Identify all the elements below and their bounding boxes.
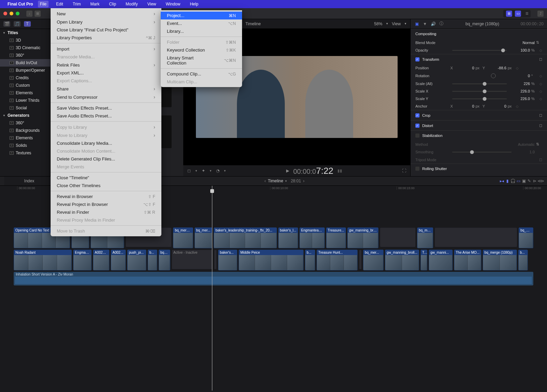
view-menu[interactable]: View [392,22,401,26]
scale-x-row[interactable]: Scale X 226.0 % ◇ [411,87,547,95]
audio-meter-icon[interactable]: ▮▮ [337,168,342,173]
rolling-shutter-checkbox[interactable]: ✓ [415,167,419,171]
menu-clip[interactable]: Clip [107,1,118,8]
chevron-down-icon[interactable]: ▼ [283,180,289,183]
timeline-clip[interactable]: b... [518,250,528,270]
menu-edit[interactable]: Edit [54,1,65,8]
timeline-clip[interactable]: b... [148,250,157,270]
position-row[interactable]: Position X0px Y-88.6px ◇ [411,64,547,72]
menu-item[interactable]: Reveal Project in Browser⌥⇧ F [51,200,161,208]
menu-item[interactable]: Close "Timeline" [51,174,161,182]
new-submenu-dropdown[interactable]: Project...⌘NEvent...⌥NLibrary...Folder⇧⌘… [161,10,242,87]
transform-checkbox[interactable]: ✓ [415,57,419,61]
scale-y-row[interactable]: Scale Y 226.0 % ◇ [411,95,547,102]
compositing-header[interactable]: Compositing [411,29,547,39]
chevron-down-icon[interactable]: ▼ [195,169,198,172]
sidebar-item[interactable]: TElements [0,134,50,142]
menu-item[interactable]: Event...⌥N [161,19,242,27]
opacity-slider[interactable] [452,50,507,51]
sidebar-item[interactable]: TCustom [0,82,50,89]
menu-item[interactable]: New [51,10,161,18]
sidebar-item[interactable]: TBuild In/Out [0,59,50,67]
timeline-clip[interactable]: Noah Radant [14,250,72,270]
menu-item[interactable]: Relink Files [51,61,161,69]
menu-item[interactable]: Close Other Timelines [51,182,161,190]
video-inspector-icon[interactable]: ▣ [414,21,419,27]
menu-mark[interactable]: Mark [88,1,102,8]
keyframe-icon[interactable]: ◇ [539,89,542,93]
transform-tool-icon[interactable]: ◻ [187,168,191,173]
menu-item[interactable]: Send to Compressor [51,93,161,101]
anchor-row[interactable]: Anchor X0px Y0px ◇ [411,102,547,110]
playhead[interactable] [212,186,212,391]
retiming-tool-icon[interactable]: ◔ [216,168,219,173]
grid-view-icon[interactable]: ⊞ [506,11,512,17]
reset-icon[interactable]: ◻ [539,57,542,61]
sidebar-item[interactable]: T360° [0,52,50,59]
sidebar-item[interactable]: TElements [0,89,50,97]
app-name[interactable]: Final Cut Pro [8,2,33,6]
timeline-clip[interactable]: Treasure Hunt... [317,250,358,270]
timecode-display[interactable]: 00:00:07:22 [293,166,333,176]
import-icon[interactable]: ↓ [26,11,32,17]
menu-window[interactable]: Window [164,1,183,8]
timeline-clip[interactable]: b... [305,250,315,270]
menu-item[interactable]: Share [51,85,161,93]
scale-y-slider[interactable] [452,98,507,99]
sidebar-item[interactable]: TBumper/Opener [0,67,50,74]
timeline-clip[interactable]: bq_me... [417,227,433,248]
sidebar-item[interactable]: TLower Thirds [0,97,50,104]
timeline-index-button[interactable]: Index [4,177,55,185]
sidebar-item[interactable]: TTextures [0,149,50,157]
menu-item[interactable]: Keyword Collection⇧⌘K [161,46,242,54]
sidebar-item[interactable]: TBackgrounds [0,127,50,134]
menu-trim[interactable]: Trim [71,1,83,8]
menu-item[interactable]: Consolidate Library Media... [51,139,161,147]
close-window-icon[interactable] [3,12,7,15]
chevron-down-icon[interactable]: ▼ [386,22,388,25]
crop-header[interactable]: ✓ Crop ◻ [411,110,547,120]
reset-icon[interactable]: ◻ [539,113,542,117]
timeline-clip[interactable]: Engmant... [73,250,92,270]
timeline-clip[interactable]: push_pi... [127,250,146,270]
keyframe-icon[interactable]: ◇ [539,74,542,78]
keyframe-icon[interactable]: ◇ [516,104,519,108]
chevron-updown-icon[interactable]: ⇅ [536,40,542,45]
sidebar-category-generators[interactable]: Generators [0,112,50,119]
transform-header[interactable]: ✓ Transform ◻ [411,54,547,64]
menu-view[interactable]: View [145,1,158,8]
menu-item[interactable]: Save Video Effects Preset... [51,104,161,112]
chevron-down-icon[interactable]: ▼ [224,169,226,172]
sidebar-item[interactable]: TSocial [0,104,50,112]
photos-tab-icon[interactable]: 🎵 [14,21,21,27]
info-inspector-icon[interactable]: ⓘ [439,21,444,27]
color-inspector-icon[interactable]: ▼ [422,21,428,27]
sidebar-item[interactable]: T3D [0,37,50,44]
stabilization-checkbox[interactable]: ✓ [415,134,419,138]
audio-track[interactable]: Inhalation Short Version A - Ziv Moran [14,272,533,285]
keyword-icon[interactable]: ⊞ [35,11,41,17]
prev-edit-icon[interactable]: ‹ [263,179,268,183]
chevron-down-icon[interactable]: ▼ [404,22,407,25]
menu-item[interactable]: Export XML... [51,69,161,77]
menu-item[interactable]: Compound Clip...⌥G [161,70,242,78]
keyframe-icon[interactable]: ◇ [516,66,519,70]
timeline-clip[interactable]: gw_manning_broll... [385,250,419,270]
library-tab-icon[interactable]: 🎬 [3,21,10,27]
menu-item[interactable]: Reveal in Browser⇧ F [51,193,161,200]
timeline-clip[interactable]: A002... [111,250,126,270]
menu-item[interactable]: Close Library "Final Cut Pro Project" [51,26,161,34]
stabilization-header[interactable]: ✓ Stabilization [411,130,547,140]
timeline-clip[interactable]: baker's_leadership_training-_ftx_20... [214,227,277,248]
rotation-dial-icon[interactable] [491,73,496,78]
distort-checkbox[interactable]: ✓ [415,124,419,128]
timeline-clip[interactable]: The Arise MO... [454,250,481,270]
menu-item[interactable]: Library... [161,27,242,35]
trim-icon[interactable]: ⊳ [532,179,537,183]
timeline-clip[interactable]: bq_mer... [363,250,384,270]
menu-item[interactable]: Library Smart Collection⌥⌘N [161,54,242,67]
crop-checkbox[interactable]: ✓ [415,113,419,117]
video-track-1[interactable]: Noah RadantEngmant...A002_0...A002...pus… [0,249,547,271]
sidebar-item[interactable]: T360° [0,119,50,127]
menu-item[interactable]: Project...⌘N [161,12,242,19]
